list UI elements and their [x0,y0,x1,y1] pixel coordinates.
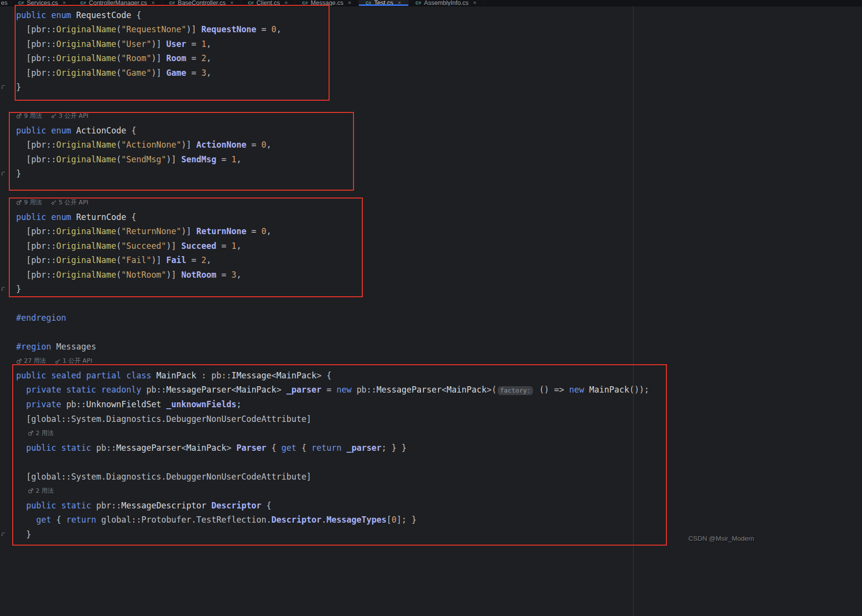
code-text: [global::System.Diagnostics.DebuggerNonU… [16,472,311,482]
code-token: = [186,53,201,63]
tab-close-icon[interactable]: ✕ [285,0,288,5]
code-token: = [246,140,262,150]
code-token: () => [534,385,569,395]
code-token: MainPack [276,371,316,380]
blank-line [0,181,862,196]
code-token: OriginalName [56,53,116,63]
code-vision-line: 9 用法5 公开 API [0,196,862,210]
code-token: = [186,39,201,49]
gutter-fold-icon[interactable] [0,82,6,92]
code-text: } [16,82,21,92]
code-token: } [16,529,31,539]
code-vision-api[interactable]: 3 公开 API [51,112,88,120]
code-token: 2 [201,255,206,265]
usages-icon [16,199,22,205]
code-vision-line: 27 用法1 公开 API [0,354,862,369]
code-token: enum [51,126,76,135]
code-token: public [26,501,61,510]
tab-close-icon[interactable]: ✕ [398,0,401,5]
tab-test-cs[interactable]: C#Test.cs✕ [359,0,409,6]
code-token: < [231,385,236,395]
code-token: return [311,443,341,453]
code-vision-line: 2 用法 [0,426,862,441]
code-token: )] [151,53,166,63]
code-line: public static pbr::MessageDescriptor Des… [0,498,862,513]
code-token: UnknownFieldSet [86,399,161,409]
gutter-fold-icon[interactable] [0,529,6,539]
code-vision-usages[interactable]: 9 用法 [16,198,42,207]
code-token: , [266,140,271,150]
tab-controllermanager-cs[interactable]: C#ControllerManager.cs✕ [73,0,162,6]
tab-assemblyinfo-cs[interactable]: C#AssemblyInfo.cs✕ [409,0,484,6]
code-text: [pbr::OriginalName("User")] User = 1, [16,39,211,49]
code-vision-usages[interactable]: 9 用法 [16,112,42,120]
code-token [16,385,26,395]
code-line: public enum RequestCode { [0,8,862,22]
code-line: [pbr::OriginalName("ActionNone")] Action… [0,138,862,153]
code-vision-usages[interactable]: 2 用法 [28,429,54,438]
tab-services-cs[interactable]: C#Services.cs✕ [11,0,73,6]
code-token: "RequestNone" [121,24,186,34]
code-token: Parser [236,443,266,453]
code-token: 0 [271,24,276,34]
code-token: "Fail" [121,255,151,265]
code-token: OriginalName [56,270,116,280]
code-token: )] [181,226,197,236]
code-token: ; } } [381,443,406,453]
code-text: get { return global::Protobufer.TestRefl… [16,515,417,525]
code-line: public enum ActionCode { [0,123,862,138]
csharp-file-icon: C# [416,0,421,5]
csharp-file-icon: C# [302,0,308,5]
code-token: ; [236,399,241,409]
code-token: , [206,255,211,265]
code-text: public enum ReturnCode { [16,212,136,222]
code-vision-text: 1 公开 API [63,357,92,365]
code-token: > [276,385,286,395]
code-token: 1 [231,154,236,164]
tab-fragment[interactable]: es [0,0,11,6]
code-token: 0 [392,515,397,525]
code-token: _parser [347,443,382,453]
tab-message-cs[interactable]: C#Message.cs✕ [295,0,359,6]
code-vision-usages[interactable]: 27 用法 [16,357,46,365]
code-text: [pbr::OriginalName("SendMsg")] SendMsg =… [16,154,242,164]
tab-client-cs[interactable]: C#Client.cs✕ [241,0,295,6]
gutter-fold-icon[interactable] [0,169,6,178]
code-text: [pbr::OriginalName("ReturnNone")] Return… [16,226,271,236]
code-token: public [16,10,51,20]
code-vision-api[interactable]: 5 公开 API [51,198,88,207]
code-token: "Room" [121,53,151,63]
code-vision-usages[interactable]: 2 用法 [28,487,54,495]
code-editor[interactable]: public enum RequestCode { [pbr::Original… [0,6,862,616]
code-token: sealed [51,371,87,380]
tab-close-icon[interactable]: ✕ [152,0,155,5]
gutter-fold-icon[interactable] [0,284,6,294]
code-vision-api[interactable]: 1 公开 API [55,357,92,365]
tab-close-icon[interactable]: ✕ [63,0,66,5]
code-line: private pb::UnknownFieldSet _unknownFiel… [0,397,862,412]
usages-icon [16,358,22,364]
code-token: ( [116,140,121,150]
code-vision-text: 27 用法 [24,357,46,365]
code-token: < [181,443,186,453]
screen: es C#Services.cs✕C#ControllerManager.cs✕… [0,0,862,616]
code-token: ReturnCode [76,212,126,222]
code-token: OriginalName [56,255,116,265]
code-token: ( [116,24,121,34]
code-token: #region [16,342,51,352]
code-token: pb:: [96,443,116,453]
tab-close-icon[interactable]: ✕ [230,0,234,5]
code-token: static [61,501,96,510]
tab-close-icon[interactable]: ✕ [473,0,477,5]
code-token: new [569,385,589,395]
code-token: partial [86,371,126,380]
code-token: MessageParser [376,385,442,395]
code-token: 3 [231,270,236,280]
code-token: ( [116,226,121,236]
tab-close-icon[interactable]: ✕ [348,0,352,5]
code-line: [pbr::OriginalName("RequestNone")] Reque… [0,22,862,37]
code-token: ( [116,154,121,164]
code-token: )] [186,24,201,34]
blank-line [0,94,862,109]
tab-basecontroller-cs[interactable]: C#BaseController.cs✕ [162,0,241,6]
